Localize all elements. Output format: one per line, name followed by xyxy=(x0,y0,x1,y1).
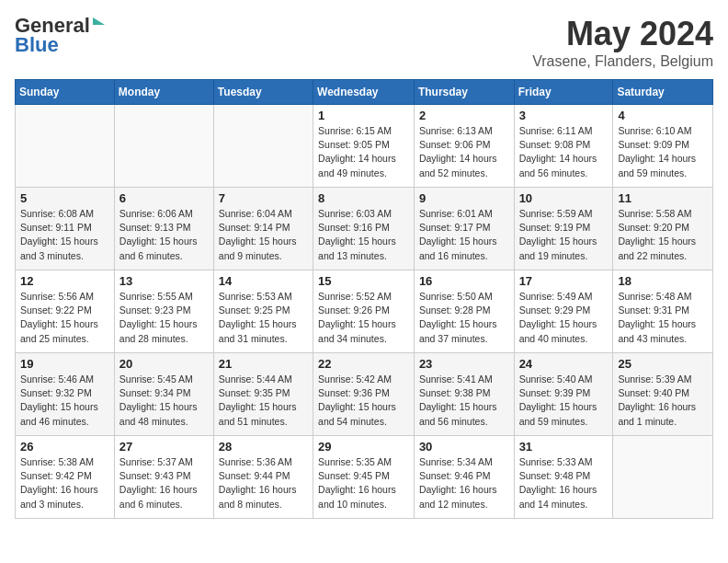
header-tuesday: Tuesday xyxy=(213,80,313,105)
day-info: Sunrise: 6:10 AMSunset: 9:09 PMDaylight:… xyxy=(618,124,708,180)
calendar-cell: 2Sunrise: 6:13 AMSunset: 9:06 PMDaylight… xyxy=(414,105,514,188)
day-info: Sunrise: 5:50 AMSunset: 9:28 PMDaylight:… xyxy=(419,290,509,346)
calendar-header-row: SundayMondayTuesdayWednesdayThursdayFrid… xyxy=(16,80,713,105)
day-info: Sunrise: 5:52 AMSunset: 9:26 PMDaylight:… xyxy=(318,290,409,346)
day-number: 29 xyxy=(318,440,409,454)
day-number: 12 xyxy=(20,274,109,288)
day-info: Sunrise: 6:11 AMSunset: 9:08 PMDaylight:… xyxy=(519,124,609,180)
day-number: 2 xyxy=(419,109,509,122)
day-info: Sunrise: 5:36 AMSunset: 9:44 PMDaylight:… xyxy=(219,455,308,511)
header-thursday: Thursday xyxy=(414,80,514,105)
calendar-week-row: 5Sunrise: 6:08 AMSunset: 9:11 PMDaylight… xyxy=(16,188,713,270)
day-number: 19 xyxy=(20,357,109,371)
day-number: 24 xyxy=(519,357,609,371)
header-wednesday: Wednesday xyxy=(313,80,415,105)
calendar-cell: 3Sunrise: 6:11 AMSunset: 9:08 PMDaylight… xyxy=(514,105,613,188)
calendar-cell: 21Sunrise: 5:44 AMSunset: 9:35 PMDayligh… xyxy=(213,353,313,436)
day-number: 14 xyxy=(219,274,308,288)
calendar-cell: 25Sunrise: 5:39 AMSunset: 9:40 PMDayligh… xyxy=(613,353,713,436)
day-info: Sunrise: 5:53 AMSunset: 9:25 PMDaylight:… xyxy=(219,290,308,346)
day-number: 21 xyxy=(219,357,308,371)
day-info: Sunrise: 5:41 AMSunset: 9:38 PMDaylight:… xyxy=(419,373,509,429)
calendar-cell: 19Sunrise: 5:46 AMSunset: 9:32 PMDayligh… xyxy=(16,353,115,436)
calendar-cell: 31Sunrise: 5:33 AMSunset: 9:48 PMDayligh… xyxy=(514,436,613,519)
day-number: 16 xyxy=(419,274,509,288)
day-number: 17 xyxy=(519,274,609,288)
day-info: Sunrise: 6:03 AMSunset: 9:16 PMDaylight:… xyxy=(318,207,409,263)
header-monday: Monday xyxy=(114,80,213,105)
day-number: 5 xyxy=(20,191,109,205)
day-number: 23 xyxy=(419,357,509,371)
calendar-cell: 22Sunrise: 5:42 AMSunset: 9:36 PMDayligh… xyxy=(313,353,415,436)
calendar-cell: 29Sunrise: 5:35 AMSunset: 9:45 PMDayligh… xyxy=(313,436,415,519)
day-number: 10 xyxy=(519,191,609,205)
day-info: Sunrise: 5:35 AMSunset: 9:45 PMDaylight:… xyxy=(318,455,409,511)
title-block: May 2024 Vrasene, Flanders, Belgium xyxy=(532,15,713,70)
logo-arrow-icon xyxy=(93,17,105,25)
calendar-cell xyxy=(114,105,213,188)
day-info: Sunrise: 6:06 AMSunset: 9:13 PMDaylight:… xyxy=(119,207,209,263)
day-info: Sunrise: 6:08 AMSunset: 9:11 PMDaylight:… xyxy=(20,207,109,263)
calendar-week-row: 1Sunrise: 6:15 AMSunset: 9:05 PMDaylight… xyxy=(16,105,713,188)
calendar-cell: 8Sunrise: 6:03 AMSunset: 9:16 PMDaylight… xyxy=(313,188,415,270)
day-number: 13 xyxy=(119,274,209,288)
day-number: 28 xyxy=(219,440,308,454)
day-number: 7 xyxy=(219,191,308,205)
calendar-cell: 27Sunrise: 5:37 AMSunset: 9:43 PMDayligh… xyxy=(114,436,213,519)
calendar-cell xyxy=(213,105,313,188)
page-title: May 2024 xyxy=(532,15,713,53)
day-info: Sunrise: 5:34 AMSunset: 9:46 PMDaylight:… xyxy=(419,455,509,511)
day-number: 30 xyxy=(419,440,509,454)
calendar-cell: 10Sunrise: 5:59 AMSunset: 9:19 PMDayligh… xyxy=(514,188,613,270)
header-sunday: Sunday xyxy=(16,80,115,105)
day-number: 15 xyxy=(318,274,409,288)
day-info: Sunrise: 5:40 AMSunset: 9:39 PMDaylight:… xyxy=(519,373,609,429)
day-number: 22 xyxy=(318,357,409,371)
day-number: 6 xyxy=(119,191,209,205)
day-info: Sunrise: 5:56 AMSunset: 9:22 PMDaylight:… xyxy=(20,290,109,346)
calendar-cell: 13Sunrise: 5:55 AMSunset: 9:23 PMDayligh… xyxy=(114,270,213,353)
calendar-cell: 7Sunrise: 6:04 AMSunset: 9:14 PMDaylight… xyxy=(213,188,313,270)
day-info: Sunrise: 5:46 AMSunset: 9:32 PMDaylight:… xyxy=(20,373,109,429)
calendar-week-row: 12Sunrise: 5:56 AMSunset: 9:22 PMDayligh… xyxy=(16,270,713,353)
day-info: Sunrise: 5:37 AMSunset: 9:43 PMDaylight:… xyxy=(119,455,209,511)
calendar-cell: 9Sunrise: 6:01 AMSunset: 9:17 PMDaylight… xyxy=(414,188,514,270)
day-number: 20 xyxy=(119,357,209,371)
day-info: Sunrise: 5:58 AMSunset: 9:20 PMDaylight:… xyxy=(618,207,708,263)
calendar-cell: 12Sunrise: 5:56 AMSunset: 9:22 PMDayligh… xyxy=(16,270,115,353)
calendar-cell: 5Sunrise: 6:08 AMSunset: 9:11 PMDaylight… xyxy=(16,188,115,270)
day-number: 9 xyxy=(419,191,509,205)
calendar-cell xyxy=(16,105,115,188)
day-info: Sunrise: 6:04 AMSunset: 9:14 PMDaylight:… xyxy=(219,207,308,263)
day-info: Sunrise: 5:42 AMSunset: 9:36 PMDaylight:… xyxy=(318,373,409,429)
day-info: Sunrise: 5:59 AMSunset: 9:19 PMDaylight:… xyxy=(519,207,609,263)
day-info: Sunrise: 5:33 AMSunset: 9:48 PMDaylight:… xyxy=(519,455,609,511)
day-info: Sunrise: 5:44 AMSunset: 9:35 PMDaylight:… xyxy=(219,373,308,429)
page-header: General Blue May 2024 Vrasene, Flanders,… xyxy=(15,15,713,70)
calendar-cell xyxy=(613,436,713,519)
day-number: 8 xyxy=(318,191,409,205)
day-info: Sunrise: 5:38 AMSunset: 9:42 PMDaylight:… xyxy=(20,455,109,511)
calendar-cell: 4Sunrise: 6:10 AMSunset: 9:09 PMDaylight… xyxy=(613,105,713,188)
day-number: 3 xyxy=(519,109,609,122)
day-number: 25 xyxy=(618,357,708,371)
calendar-table: SundayMondayTuesdayWednesdayThursdayFrid… xyxy=(15,79,713,519)
calendar-cell: 14Sunrise: 5:53 AMSunset: 9:25 PMDayligh… xyxy=(213,270,313,353)
calendar-cell: 28Sunrise: 5:36 AMSunset: 9:44 PMDayligh… xyxy=(213,436,313,519)
calendar-cell: 17Sunrise: 5:49 AMSunset: 9:29 PMDayligh… xyxy=(514,270,613,353)
calendar-cell: 16Sunrise: 5:50 AMSunset: 9:28 PMDayligh… xyxy=(414,270,514,353)
header-saturday: Saturday xyxy=(613,80,713,105)
calendar-cell: 23Sunrise: 5:41 AMSunset: 9:38 PMDayligh… xyxy=(414,353,514,436)
day-number: 18 xyxy=(618,274,708,288)
calendar-cell: 1Sunrise: 6:15 AMSunset: 9:05 PMDaylight… xyxy=(313,105,415,188)
day-number: 4 xyxy=(618,109,708,122)
calendar-cell: 18Sunrise: 5:48 AMSunset: 9:31 PMDayligh… xyxy=(613,270,713,353)
day-info: Sunrise: 6:15 AMSunset: 9:05 PMDaylight:… xyxy=(318,124,409,180)
day-number: 31 xyxy=(519,440,609,454)
day-info: Sunrise: 5:39 AMSunset: 9:40 PMDaylight:… xyxy=(618,373,708,429)
calendar-cell: 26Sunrise: 5:38 AMSunset: 9:42 PMDayligh… xyxy=(16,436,115,519)
day-info: Sunrise: 5:48 AMSunset: 9:31 PMDaylight:… xyxy=(618,290,708,346)
day-info: Sunrise: 5:49 AMSunset: 9:29 PMDaylight:… xyxy=(519,290,609,346)
calendar-cell: 6Sunrise: 6:06 AMSunset: 9:13 PMDaylight… xyxy=(114,188,213,270)
day-number: 27 xyxy=(119,440,209,454)
